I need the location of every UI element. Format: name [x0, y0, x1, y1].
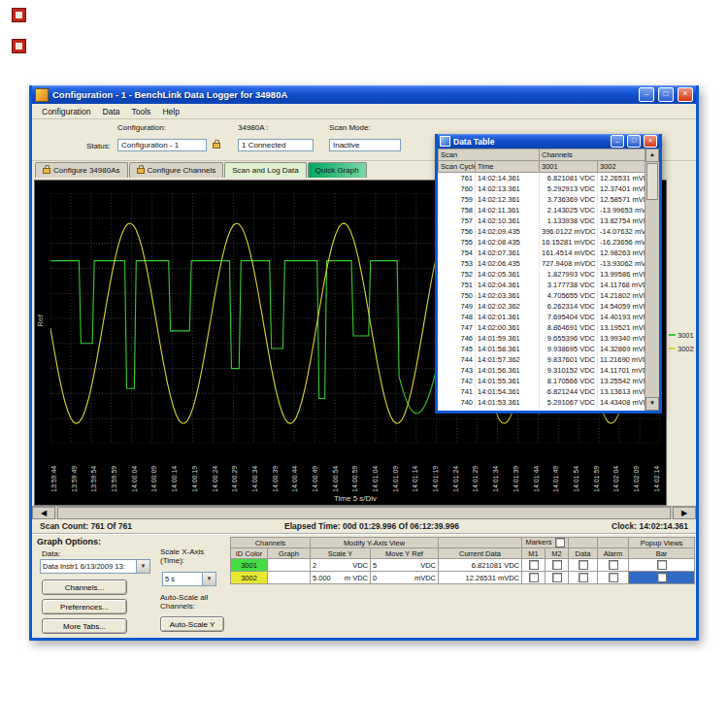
scale-y-unit[interactable]: VDC — [352, 561, 368, 570]
tab-label: Scan and Log Data — [232, 166, 299, 175]
tab-configure-channels[interactable]: Configure Channels — [129, 162, 224, 178]
data-table-close-button[interactable] — [644, 135, 657, 148]
tab-quick-graph[interactable]: Quick Graph — [308, 162, 367, 178]
data-table-row[interactable]: 74914:02:02.3626.262314 VDC14.54059 mVDC — [439, 301, 645, 312]
dropdown-arrow-icon[interactable] — [202, 573, 215, 585]
scale-y-cell[interactable]: 2VDC — [311, 559, 371, 572]
data-table-row[interactable]: 74514:01:58.3619.938695 VDC14.32869 mVDC — [439, 344, 645, 354]
channel-graph-cell[interactable] — [268, 572, 311, 584]
data-table-row[interactable]: 76014:02:13.3615.292913 VDC12.37401 mVDC — [439, 183, 645, 194]
move-y-ref-cell[interactable]: 5VDC — [371, 559, 439, 572]
maximize-button[interactable] — [658, 87, 674, 102]
data-table-row[interactable]: 75014:02:03.3614.705655 VDC14.21802 mVDC — [439, 290, 645, 301]
desktop-icon-2[interactable] — [12, 39, 26, 53]
instrument-status-field[interactable]: 1 Connected — [238, 139, 314, 151]
checkbox[interactable] — [657, 560, 667, 570]
channel-id-cell[interactable]: 3002 — [231, 572, 268, 584]
markers-checkbox[interactable] — [555, 538, 565, 547]
desktop-icon-1[interactable] — [12, 8, 26, 22]
configuration-field[interactable]: Configuration - 1 — [117, 139, 207, 151]
scale-y-unit[interactable]: m VDC — [345, 574, 368, 582]
data-table-row[interactable]: 75414:02:07.361161.4514 mVDC12.98263 mVD… — [439, 248, 645, 258]
data-table-row[interactable]: 75614:02:09.435396.0122 mVDC-14.07632 mV… — [439, 226, 645, 237]
m2-checkbox-cell[interactable] — [546, 559, 569, 572]
data-table-row[interactable]: 74714:02:00.3618.864691 VDC13.19521 mVDC — [439, 322, 645, 333]
scrollbar-track[interactable] — [55, 507, 673, 519]
data-table-row[interactable]: 75514:02:08.43516.15281 mVDC-16.23656 mV… — [439, 237, 645, 248]
data-table-row[interactable]: 75114:02:04.3613.177738 VDC14.11768 mVDC — [439, 280, 645, 290]
data-table-row[interactable]: 74014:01:53.3615.291067 VDC14.43408 mVDC — [439, 397, 645, 408]
title-bar[interactable]: Configuration - 1 - BenchLink Data Logge… — [32, 85, 696, 104]
scan-mode-field[interactable]: Inactive — [329, 139, 401, 151]
channel-id-cell[interactable]: 3001 — [231, 559, 268, 572]
m1-checkbox-cell[interactable] — [522, 572, 546, 584]
scale-x-select[interactable]: 5 s — [162, 572, 216, 586]
checkbox[interactable] — [529, 573, 539, 582]
alarm-checkbox-cell[interactable] — [598, 559, 629, 572]
data-table-window[interactable]: Data Table Scan Channels S — [435, 134, 662, 414]
x-tick-label: 14:02:14 — [653, 446, 660, 492]
menu-item-configuration[interactable]: Configuration — [36, 107, 97, 116]
checkbox[interactable] — [552, 573, 562, 582]
x-tick-label: 14:00:19 — [191, 446, 198, 492]
preferences-button[interactable]: Preferences... — [42, 599, 127, 614]
data-table-row[interactable]: 75714:02:10.3611.133938 VDC13.82754 mVDC — [439, 215, 645, 226]
checkbox[interactable] — [552, 560, 562, 570]
data-table-scrollbar[interactable] — [645, 149, 659, 411]
data-table-maximize-button[interactable] — [627, 135, 641, 148]
data-checkbox-cell[interactable] — [569, 572, 598, 584]
data-table-row[interactable]: 76114:02:14.3616.821081 VDC12.26531 mVDC — [439, 173, 645, 184]
move-y-ref-cell[interactable]: 0mVDC — [371, 572, 439, 584]
data-table-row[interactable]: 75314:02:06.435727.9408 mVDC-13.93062 mV… — [439, 258, 645, 269]
tab-scan-and-log-data[interactable]: Scan and Log Data — [224, 162, 307, 178]
bar-checkbox-cell[interactable] — [629, 572, 695, 584]
data-table-row[interactable]: 75914:02:12.3613.736369 VDC12.58571 mVDC — [439, 194, 645, 205]
data-table-row[interactable]: 74214:01:55.3618.170566 VDC13.25542 mVDC — [439, 376, 645, 386]
data-table-scroll-thumb[interactable] — [646, 163, 658, 200]
checkbox[interactable] — [609, 573, 618, 582]
data-table-row[interactable]: 74614:01:59.3619.655396 VDC13.99340 mVDC — [439, 333, 645, 344]
scroll-up-button[interactable] — [645, 149, 659, 162]
channels-button[interactable]: Channels... — [42, 579, 127, 595]
scroll-down-button[interactable] — [645, 397, 659, 411]
checkbox[interactable] — [579, 560, 588, 570]
data-table-row[interactable]: 75214:02:05.3611.827993 VDC13.99586 mVDC — [439, 269, 645, 280]
data-table-row[interactable]: 74814:02:01.3617.695404 VDC14.40193 mVDC — [439, 312, 645, 322]
data-table-minimize-button[interactable] — [611, 135, 624, 148]
scrollbar-thumb[interactable] — [57, 507, 671, 519]
table-icon — [440, 136, 450, 147]
data-table-row[interactable]: 74314:01:56.3619.310152 VDC14.11701 mVDC — [439, 365, 645, 376]
more-tabs-button[interactable]: More Tabs... — [42, 618, 127, 634]
data-table-row[interactable]: 74414:01:57.3629.837601 VDC11.21690 mVDC — [439, 354, 645, 365]
horizontal-scrollbar[interactable] — [32, 506, 696, 519]
dropdown-arrow-icon[interactable] — [136, 560, 149, 573]
minimize-button[interactable] — [639, 87, 654, 102]
checkbox[interactable] — [579, 573, 588, 582]
data-table-titlebar[interactable]: Data Table — [438, 134, 659, 149]
data-table-row[interactable]: 74114:01:54.3616.821244 VDC13.13613 mVDC — [439, 386, 645, 397]
move-y-unit[interactable]: VDC — [420, 561, 436, 570]
data-select[interactable]: Data Instr1 6/13/2009 13: — [40, 559, 150, 574]
menu-item-help[interactable]: Help — [156, 107, 184, 116]
checkbox[interactable] — [529, 560, 539, 570]
channel-graph-cell[interactable] — [268, 559, 311, 572]
col-header-m2: M2 — [546, 548, 569, 559]
data-checkbox-cell[interactable] — [569, 559, 598, 572]
scroll-left-button[interactable] — [32, 507, 55, 519]
m1-checkbox-cell[interactable] — [522, 559, 546, 572]
checkbox[interactable] — [609, 560, 618, 570]
scroll-right-button[interactable] — [673, 507, 696, 519]
move-y-unit[interactable]: mVDC — [414, 574, 436, 582]
auto-scale-y-button[interactable]: Auto-Scale Y — [160, 616, 224, 632]
scrollbar-track[interactable] — [645, 201, 659, 397]
checkbox[interactable] — [657, 573, 667, 582]
data-table-row[interactable]: 75814:02:11.3612.143025 VDC-13.99653 mVD… — [439, 205, 645, 215]
menu-item-tools[interactable]: Tools — [126, 107, 157, 116]
scale-y-cell[interactable]: 5.000m VDC — [311, 572, 371, 584]
tab-configure-34980as[interactable]: Configure 34980As — [35, 162, 128, 178]
menu-item-data[interactable]: Data — [97, 107, 126, 116]
alarm-checkbox-cell[interactable] — [598, 572, 629, 584]
m2-checkbox-cell[interactable] — [546, 572, 569, 584]
close-button[interactable] — [678, 87, 693, 102]
bar-checkbox-cell[interactable] — [629, 559, 695, 572]
